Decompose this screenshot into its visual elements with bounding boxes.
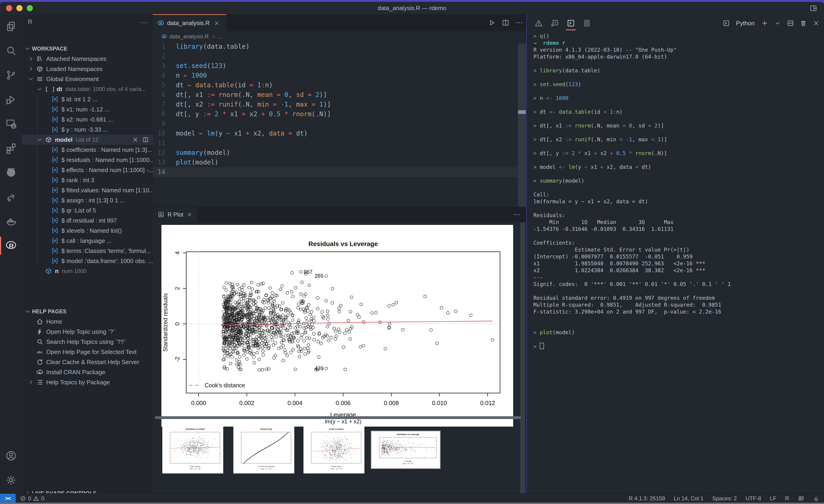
indentation[interactable]: Spaces: 2	[712, 495, 737, 502]
tree-item-model[interactable]: $ model :'data.frame': 1000 obs. ...	[22, 256, 153, 266]
help-item[interactable]: Install CRAN Package	[22, 367, 153, 377]
shell-label[interactable]: Python	[736, 20, 754, 27]
activity-github[interactable]	[0, 160, 22, 185]
more-actions-icon[interactable]	[515, 19, 523, 27]
breadcrumb-more[interactable]: ...	[218, 33, 223, 40]
terminal-dropdown-icon[interactable]	[774, 19, 781, 27]
run-file-icon[interactable]	[488, 19, 496, 27]
editor-scrollbar[interactable]	[518, 44, 526, 230]
language-mode[interactable]: R	[785, 495, 789, 502]
plot-thumbnail-4[interactable]: Residuals vs LeverageLeveragelm(y ~ x1 +…	[372, 431, 440, 468]
panel-tab-problems[interactable]	[533, 18, 544, 28]
split-terminal-icon[interactable]	[787, 19, 794, 27]
plot-thumbnails-scrollbar[interactable]	[155, 416, 521, 419]
tree-item-rank[interactable]: $ rank : int 3	[22, 175, 153, 185]
tree-item-coefficients[interactable]: $ coefficients : Named num [1:3]...	[22, 145, 153, 155]
plot-thumbnail-3[interactable]: Scale-LocationFitted valueslm(y ~ x1 + x…	[304, 426, 365, 474]
tree-item-call[interactable]: $ call : language ...	[22, 236, 153, 246]
code-line-4[interactable]: 4n ← 1000	[153, 71, 517, 81]
activity-source-control[interactable]	[0, 63, 22, 87]
plot-thumbnail-2[interactable]: Normal Q-QTheoretical Quantileslm(y ~ x1…	[233, 426, 294, 474]
activity-explorer[interactable]	[0, 14, 22, 38]
code-line-2[interactable]: 2	[153, 51, 517, 61]
tree-item-effects[interactable]: $ effects : Named num [1:1000] -...	[22, 165, 153, 175]
code-line-12[interactable]: 12summary(model)	[153, 148, 517, 158]
activity-settings[interactable]	[0, 468, 22, 492]
tree-item-dt[interactable]: [ ]dtdata.table: 1000 obs. of 4 varia...	[22, 84, 153, 94]
help-item[interactable]: Help Topics by Package	[22, 377, 153, 387]
split-icon[interactable]	[142, 136, 149, 143]
help-item[interactable]: Home	[22, 317, 153, 327]
code-line-9[interactable]: 9	[153, 119, 517, 129]
more-actions-icon[interactable]	[140, 19, 148, 27]
breadcrumb[interactable]: R data_analysis.R ...	[153, 31, 526, 42]
code-line-5[interactable]: 5dt ← data.table(id = 1:n)	[153, 81, 517, 90]
tree-item-df.residual[interactable]: $ df.residual : int 997	[22, 216, 153, 226]
chevron-right-icon[interactable]	[28, 56, 34, 62]
more-actions-icon[interactable]	[513, 211, 520, 218]
tree-item-y[interactable]: $ y : num -3.33 ...	[22, 125, 153, 135]
code-line-8[interactable]: 8dt[, y := 2 * x1 + x2 + 0.5 * rnorm(.N)…	[153, 109, 517, 119]
code-line-11[interactable]: 11	[153, 138, 517, 148]
tree-item-residuals[interactable]: $ residuals : Named num [1:1000...	[22, 155, 153, 165]
activity-run-debug[interactable]	[0, 87, 22, 112]
panel-tab-terminal[interactable]	[565, 18, 576, 28]
code-line-13[interactable]: 13plot(model)	[153, 158, 517, 167]
panel-tab-debug-console[interactable]	[549, 18, 560, 28]
new-terminal-icon[interactable]	[761, 19, 768, 27]
chevron-down-icon[interactable]	[36, 86, 42, 92]
cursor-position[interactable]: Ln 14, Col 1	[674, 495, 703, 502]
tree-item-id[interactable]: $ id: int 1 2 ...	[22, 94, 153, 104]
eol[interactable]: LF	[770, 495, 777, 502]
help-item[interactable]: Clear Cache & Restart Help Server	[22, 357, 153, 367]
tree-item-x1[interactable]: $ x1: num -1.12 ...	[22, 104, 153, 114]
code-line-14[interactable]: 14	[153, 167, 517, 177]
chevron-right-icon[interactable]	[28, 66, 34, 72]
live-share-controls-section[interactable]: LIVE SHARE CONTROLS	[22, 488, 153, 493]
close-icon[interactable]	[132, 136, 139, 143]
tree-item-n[interactable]: nnum 1000	[22, 266, 153, 276]
code-editor[interactable]: 1library(data.table)23set.seed(123)4n ← …	[153, 42, 517, 207]
close-tab-icon[interactable]	[214, 20, 220, 26]
tree-item-model[interactable]: modelList of 12	[22, 135, 153, 145]
tree-item-qr[interactable]: $ qr :List of 5	[22, 205, 153, 216]
tree-item-fitted.values[interactable]: $ fitted.values: Named num [1:10...	[22, 185, 153, 195]
activity-live-share[interactable]	[0, 185, 22, 209]
customize-layout-icon[interactable]	[809, 4, 818, 12]
tree-item-Attached[interactable]: Attached Namespaces	[22, 54, 153, 64]
activity-accounts[interactable]	[0, 444, 22, 468]
tree-item-assign[interactable]: $ assign : int [1:3] 0 1 ...	[22, 195, 153, 205]
help-item[interactable]: Open Help Topic using `?`	[22, 327, 153, 337]
activity-remote-explorer[interactable]	[0, 112, 22, 136]
r-version[interactable]: R 4.1.3: 25159	[629, 495, 665, 502]
workspace-header[interactable]: WORKSPACE	[22, 44, 153, 54]
notifications-icon[interactable]	[813, 495, 819, 502]
chevron-down-icon[interactable]	[28, 76, 34, 82]
activity-search[interactable]	[0, 38, 22, 63]
feedback-icon[interactable]	[798, 495, 804, 502]
code-line-7[interactable]: 7dt[, x2 := runif(.N, min = -1, max = 1)…	[153, 100, 517, 109]
help-item[interactable]: abcOpen Help Page for Selected Text	[22, 347, 153, 357]
code-line-6[interactable]: 6dt[, x1 := rnorm(.N, mean = 0, sd = 2)]	[153, 90, 517, 100]
breadcrumb-file[interactable]: data_analysis.R	[170, 33, 209, 40]
tree-item-x2[interactable]: $ x2: num -0.681 ...	[22, 114, 153, 125]
help-pages-header[interactable]: HELP PAGES	[22, 306, 153, 317]
remote-indicator[interactable]: ><	[0, 494, 16, 503]
tree-item-terms[interactable]: $ terms :Classes 'terms', 'formul...	[22, 246, 153, 256]
activity-docker[interactable]	[0, 209, 22, 233]
code-line-3[interactable]: 3set.seed(123)	[153, 61, 517, 71]
problems-status[interactable]: 00	[20, 495, 44, 502]
plot-thumbnail-1[interactable]: Residuals vs FittedFitted valueslm(y ~ x…	[162, 426, 223, 474]
encoding[interactable]: UTF-8	[746, 495, 761, 502]
activity-extensions[interactable]	[0, 136, 22, 160]
code-line-10[interactable]: 10model ← lm(y ~ x1 + x2, data = dt)	[153, 129, 517, 138]
tree-item-Global[interactable]: Global Environment	[22, 74, 153, 84]
live-share-header[interactable]: LIVE SHARE CONTROLS	[22, 488, 153, 493]
chevron-right-icon[interactable]	[28, 379, 34, 385]
kill-terminal-icon[interactable]	[800, 19, 807, 27]
tree-item-Loaded[interactable]: Loaded Namespaces	[22, 64, 153, 74]
panel-tab-output[interactable]	[582, 18, 592, 28]
r-console[interactable]: > q()→ rdemo rR version 4.1.3 (2022-03-1…	[533, 33, 823, 492]
tab-data-analysis[interactable]: R data_analysis.R	[153, 14, 226, 31]
activity-r[interactable]: R	[0, 233, 22, 258]
